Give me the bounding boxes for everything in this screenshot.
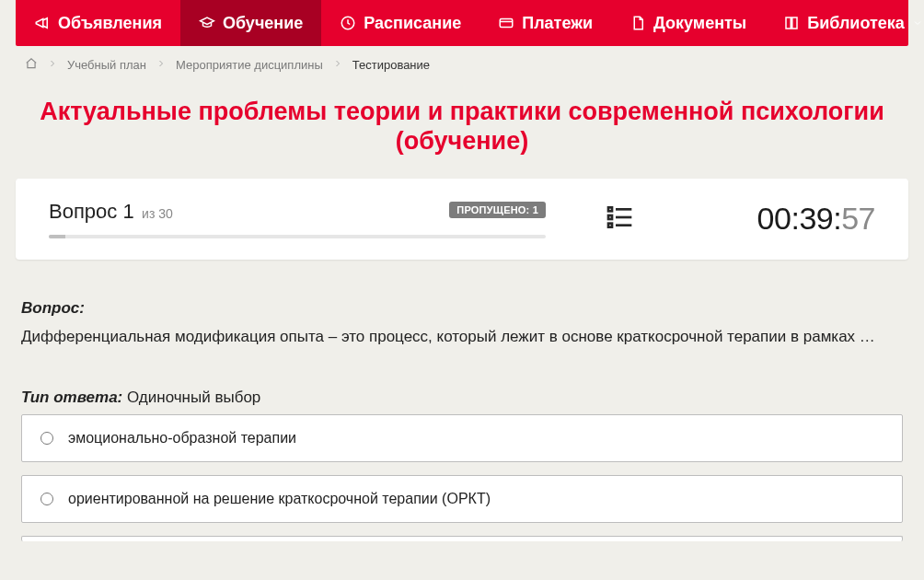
chevron-right-icon: [332, 58, 343, 72]
status-left: Вопрос 1 из 30 ПРОПУЩЕНО: 1: [49, 200, 546, 238]
option-radio[interactable]: [40, 432, 53, 445]
progress-fill: [49, 235, 65, 238]
content-wrapper: Объявления Обучение Расписание Платежи: [16, 0, 908, 580]
answer-type-label: Тип ответа:: [21, 389, 122, 406]
question-block: Вопрос: Дифференциальная модификация опы…: [16, 260, 908, 410]
chevron-right-icon: [156, 58, 167, 72]
nav-label: Расписание: [364, 14, 461, 33]
option-row[interactable]: ориентированной на решение краткосрочной…: [21, 475, 903, 523]
chevron-right-icon: [47, 58, 58, 72]
breadcrumb: Учебный план Мероприятие дисциплины Тест…: [16, 46, 908, 84]
breadcrumb-current: Тестирование: [352, 58, 430, 72]
megaphone-icon: [34, 15, 51, 31]
svg-rect-3: [608, 215, 612, 219]
nav-documents[interactable]: Документы: [611, 0, 765, 46]
book-icon: [783, 15, 800, 31]
nav-payments[interactable]: Платежи: [479, 0, 611, 46]
timer-ms: 57: [841, 201, 875, 236]
nav-label: Библиотека: [807, 14, 905, 33]
answer-type-value: Одиночный выбор: [127, 389, 260, 406]
nav-label: Документы: [653, 14, 746, 33]
progress-bar: [49, 235, 546, 238]
option-radio[interactable]: [40, 493, 53, 505]
svg-rect-4: [608, 223, 612, 226]
nav-label: Объявления: [58, 14, 162, 33]
doc-icon: [629, 15, 646, 31]
nav-label: Платежи: [522, 14, 593, 33]
nav-learning[interactable]: Обучение: [180, 0, 321, 46]
breadcrumb-link-plan[interactable]: Учебный план: [67, 58, 146, 72]
nav-schedule[interactable]: Расписание: [321, 0, 479, 46]
option-label: ориентированной на решение краткосрочной…: [68, 491, 491, 507]
chevron-down-icon: [912, 17, 923, 29]
question-list-button[interactable]: [601, 199, 638, 239]
option-label: эмоционально-образной терапии: [68, 430, 296, 447]
breadcrumb-home[interactable]: [25, 57, 38, 73]
nav-library[interactable]: Библиотека: [765, 0, 924, 46]
page-title: Актуальные проблемы теории и практики со…: [16, 97, 908, 157]
timer-ss: 39: [799, 201, 833, 236]
nav-announcements[interactable]: Объявления: [16, 0, 180, 46]
app-viewport[interactable]: Объявления Обучение Расписание Платежи: [0, 0, 924, 580]
options-list: эмоционально-образной терапии ориентиров…: [16, 414, 908, 541]
skipped-badge: ПРОПУЩЕНО: 1: [449, 202, 546, 218]
question-total: из 30: [142, 206, 173, 221]
clock-icon: [340, 15, 356, 31]
timer: 00:39:57: [757, 201, 875, 237]
option-row[interactable]: эмоционально-образной терапии: [21, 414, 903, 462]
breadcrumb-link-event[interactable]: Мероприятие дисциплины: [176, 58, 323, 72]
graduation-icon: [199, 15, 215, 31]
question-label: Вопрос:: [21, 299, 85, 317]
svg-rect-1: [500, 19, 513, 28]
option-row[interactable]: [21, 536, 903, 541]
status-panel: Вопрос 1 из 30 ПРОПУЩЕНО: 1: [16, 179, 908, 260]
card-icon: [498, 15, 514, 31]
top-nav: Объявления Обучение Расписание Платежи: [16, 0, 908, 46]
question-counter-label: Вопрос 1: [49, 200, 134, 223]
question-text: Дифференциальная модификация опыта – это…: [21, 325, 903, 349]
timer-mm: 00: [757, 201, 791, 236]
nav-label: Обучение: [223, 14, 303, 33]
svg-rect-2: [608, 207, 612, 211]
